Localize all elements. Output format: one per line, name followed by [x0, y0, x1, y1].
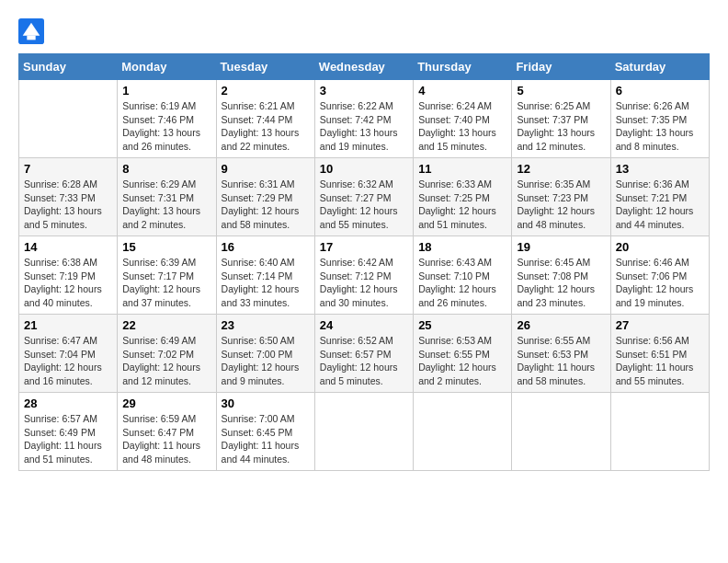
header-cell-monday: Monday: [118, 54, 216, 80]
day-number: 16: [222, 240, 310, 254]
day-info: Sunrise: 6:47 AM Sunset: 7:04 PM Dayligh…: [24, 334, 112, 388]
calendar-cell: 22Sunrise: 6:49 AM Sunset: 7:02 PM Dayli…: [118, 315, 216, 393]
calendar-cell: 30Sunrise: 7:00 AM Sunset: 6:45 PM Dayli…: [216, 393, 314, 471]
day-info: Sunrise: 6:49 AM Sunset: 7:02 PM Dayligh…: [122, 334, 210, 388]
day-number: 5: [517, 84, 605, 98]
day-info: Sunrise: 6:42 AM Sunset: 7:12 PM Dayligh…: [320, 256, 408, 310]
day-info: Sunrise: 6:52 AM Sunset: 6:57 PM Dayligh…: [320, 334, 408, 388]
header-cell-thursday: Thursday: [414, 54, 512, 80]
day-number: 26: [517, 318, 605, 332]
calendar-cell: 2Sunrise: 6:21 AM Sunset: 7:44 PM Daylig…: [216, 80, 314, 158]
day-info: Sunrise: 6:29 AM Sunset: 7:31 PM Dayligh…: [122, 178, 210, 232]
calendar-cell: 13Sunrise: 6:36 AM Sunset: 7:21 PM Dayli…: [610, 158, 709, 236]
calendar-cell: 19Sunrise: 6:45 AM Sunset: 7:08 PM Dayli…: [512, 236, 610, 315]
calendar-cell: 21Sunrise: 6:47 AM Sunset: 7:04 PM Dayli…: [19, 315, 118, 393]
week-row-5: 28Sunrise: 6:57 AM Sunset: 6:49 PM Dayli…: [19, 393, 710, 471]
day-number: 28: [24, 396, 112, 410]
day-number: 24: [320, 318, 408, 332]
day-info: Sunrise: 6:56 AM Sunset: 6:51 PM Dayligh…: [616, 334, 704, 388]
day-info: Sunrise: 6:19 AM Sunset: 7:46 PM Dayligh…: [122, 99, 210, 154]
day-info: Sunrise: 6:59 AM Sunset: 6:47 PM Dayligh…: [122, 412, 210, 466]
day-info: Sunrise: 6:55 AM Sunset: 6:53 PM Dayligh…: [517, 334, 605, 388]
day-number: 15: [122, 240, 210, 254]
day-number: 4: [418, 84, 506, 98]
day-info: Sunrise: 6:40 AM Sunset: 7:14 PM Dayligh…: [222, 256, 310, 310]
calendar-cell: 8Sunrise: 6:29 AM Sunset: 7:31 PM Daylig…: [118, 158, 216, 236]
day-info: Sunrise: 6:21 AM Sunset: 7:44 PM Dayligh…: [222, 99, 310, 154]
calendar-cell: 17Sunrise: 6:42 AM Sunset: 7:12 PM Dayli…: [314, 236, 413, 315]
day-number: 14: [24, 240, 112, 254]
header-cell-friday: Friday: [512, 54, 610, 80]
day-info: Sunrise: 6:33 AM Sunset: 7:25 PM Dayligh…: [418, 178, 506, 232]
header-cell-wednesday: Wednesday: [314, 54, 413, 80]
calendar-cell: 12Sunrise: 6:35 AM Sunset: 7:23 PM Dayli…: [512, 158, 610, 236]
header-cell-sunday: Sunday: [19, 54, 118, 80]
week-row-1: 1Sunrise: 6:19 AM Sunset: 7:46 PM Daylig…: [19, 80, 710, 158]
header-cell-tuesday: Tuesday: [216, 54, 314, 80]
day-number: 6: [616, 84, 704, 98]
day-info: Sunrise: 6:53 AM Sunset: 6:55 PM Dayligh…: [418, 334, 506, 388]
day-info: Sunrise: 6:25 AM Sunset: 7:37 PM Dayligh…: [517, 99, 605, 154]
calendar-cell: [414, 393, 512, 471]
day-info: Sunrise: 6:50 AM Sunset: 7:00 PM Dayligh…: [222, 334, 310, 388]
day-number: 30: [222, 396, 310, 410]
day-number: 8: [122, 162, 210, 176]
day-number: 22: [122, 318, 210, 332]
calendar-cell: 15Sunrise: 6:39 AM Sunset: 7:17 PM Dayli…: [118, 236, 216, 315]
day-number: 2: [222, 84, 310, 98]
day-number: 11: [418, 162, 506, 176]
calendar-table: SundayMondayTuesdayWednesdayThursdayFrid…: [18, 53, 710, 471]
day-info: Sunrise: 6:22 AM Sunset: 7:42 PM Dayligh…: [320, 99, 408, 154]
week-row-4: 21Sunrise: 6:47 AM Sunset: 7:04 PM Dayli…: [19, 315, 710, 393]
day-info: Sunrise: 6:31 AM Sunset: 7:29 PM Dayligh…: [222, 178, 310, 232]
header-row: SundayMondayTuesdayWednesdayThursdayFrid…: [19, 54, 710, 80]
day-number: 21: [24, 318, 112, 332]
calendar-cell: 29Sunrise: 6:59 AM Sunset: 6:47 PM Dayli…: [118, 393, 216, 471]
day-info: Sunrise: 6:43 AM Sunset: 7:10 PM Dayligh…: [418, 256, 506, 310]
day-info: Sunrise: 6:57 AM Sunset: 6:49 PM Dayligh…: [24, 412, 112, 466]
calendar-cell: 20Sunrise: 6:46 AM Sunset: 7:06 PM Dayli…: [610, 236, 709, 315]
calendar-cell: 5Sunrise: 6:25 AM Sunset: 7:37 PM Daylig…: [512, 80, 610, 158]
day-info: Sunrise: 6:36 AM Sunset: 7:21 PM Dayligh…: [616, 178, 704, 232]
day-info: Sunrise: 6:46 AM Sunset: 7:06 PM Dayligh…: [616, 256, 704, 310]
calendar-cell: [19, 80, 118, 158]
calendar-cell: 1Sunrise: 6:19 AM Sunset: 7:46 PM Daylig…: [118, 80, 216, 158]
day-number: 17: [320, 240, 408, 254]
day-info: Sunrise: 6:39 AM Sunset: 7:17 PM Dayligh…: [122, 256, 210, 310]
calendar-cell: 7Sunrise: 6:28 AM Sunset: 7:33 PM Daylig…: [19, 158, 118, 236]
calendar-cell: 9Sunrise: 6:31 AM Sunset: 7:29 PM Daylig…: [216, 158, 314, 236]
day-number: 1: [122, 84, 210, 98]
calendar-cell: 28Sunrise: 6:57 AM Sunset: 6:49 PM Dayli…: [19, 393, 118, 471]
page-header: [18, 18, 710, 44]
day-number: 3: [320, 84, 408, 98]
calendar-cell: 4Sunrise: 6:24 AM Sunset: 7:40 PM Daylig…: [414, 80, 512, 158]
day-number: 10: [320, 162, 408, 176]
week-row-2: 7Sunrise: 6:28 AM Sunset: 7:33 PM Daylig…: [19, 158, 710, 236]
calendar-cell: 25Sunrise: 6:53 AM Sunset: 6:55 PM Dayli…: [414, 315, 512, 393]
calendar-cell: [512, 393, 610, 471]
day-info: Sunrise: 6:26 AM Sunset: 7:35 PM Dayligh…: [616, 99, 704, 154]
day-number: 27: [616, 318, 704, 332]
day-number: 9: [222, 162, 310, 176]
day-info: Sunrise: 6:35 AM Sunset: 7:23 PM Dayligh…: [517, 178, 605, 232]
calendar-cell: 24Sunrise: 6:52 AM Sunset: 6:57 PM Dayli…: [314, 315, 413, 393]
day-info: Sunrise: 6:45 AM Sunset: 7:08 PM Dayligh…: [517, 256, 605, 310]
logo: [18, 18, 50, 44]
calendar-cell: 11Sunrise: 6:33 AM Sunset: 7:25 PM Dayli…: [414, 158, 512, 236]
day-number: 12: [517, 162, 605, 176]
day-info: Sunrise: 7:00 AM Sunset: 6:45 PM Dayligh…: [222, 412, 310, 466]
day-number: 18: [418, 240, 506, 254]
calendar-cell: 3Sunrise: 6:22 AM Sunset: 7:42 PM Daylig…: [314, 80, 413, 158]
day-number: 25: [418, 318, 506, 332]
logo-icon: [18, 18, 44, 44]
day-number: 13: [616, 162, 704, 176]
day-info: Sunrise: 6:24 AM Sunset: 7:40 PM Dayligh…: [418, 99, 506, 154]
header-cell-saturday: Saturday: [610, 54, 709, 80]
day-number: 19: [517, 240, 605, 254]
day-number: 29: [122, 396, 210, 410]
day-info: Sunrise: 6:28 AM Sunset: 7:33 PM Dayligh…: [24, 178, 112, 232]
day-info: Sunrise: 6:32 AM Sunset: 7:27 PM Dayligh…: [320, 178, 408, 232]
calendar-cell: 18Sunrise: 6:43 AM Sunset: 7:10 PM Dayli…: [414, 236, 512, 315]
day-number: 23: [222, 318, 310, 332]
calendar-cell: 23Sunrise: 6:50 AM Sunset: 7:00 PM Dayli…: [216, 315, 314, 393]
